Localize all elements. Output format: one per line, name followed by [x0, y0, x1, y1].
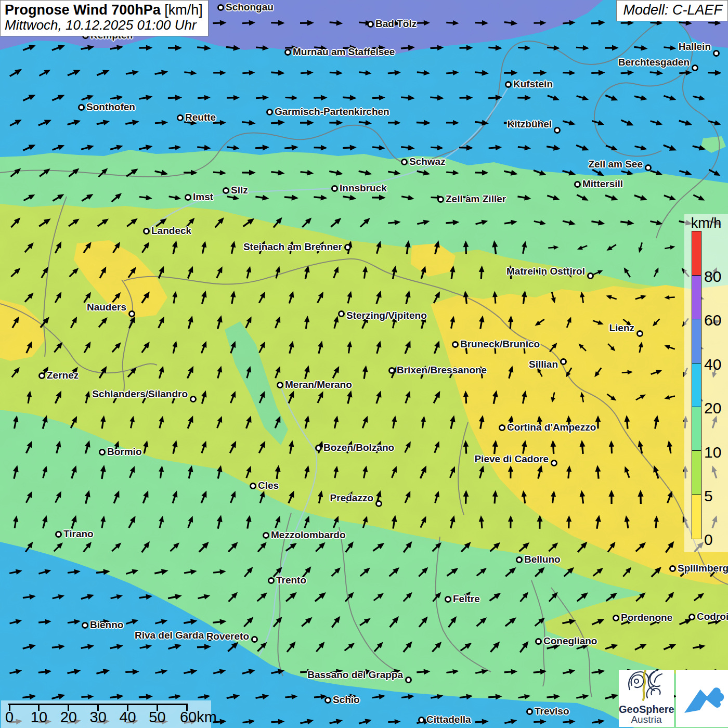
- legend-block: [692, 319, 701, 363]
- city-dot: [284, 49, 291, 56]
- city-dot: [367, 21, 374, 28]
- city-label: Brixen/Bressanone: [397, 365, 487, 376]
- legend-value: 5: [704, 487, 713, 505]
- city-label: Steinach am Brenner: [243, 241, 342, 253]
- city-label: Pieve di Cadore: [474, 453, 549, 465]
- city-dot: [551, 460, 557, 466]
- city-dot: [535, 638, 542, 645]
- city-dot: [452, 341, 459, 348]
- city-dot: [185, 194, 191, 201]
- title-unit: [km/h]: [161, 2, 203, 18]
- city-label: Trento: [276, 575, 306, 586]
- city-label: Riva del Garda: [135, 630, 204, 641]
- contour-swirl-icon: [628, 670, 665, 703]
- city-label: Schwaz: [409, 156, 446, 167]
- city-label: Lienz: [609, 322, 634, 334]
- city-label: Reutte: [185, 112, 216, 123]
- legend-block: [692, 495, 701, 539]
- city-dot: [375, 500, 382, 507]
- city-label: Schongau: [226, 2, 274, 13]
- legend-block: [692, 407, 701, 451]
- title-box: Prognose Wind 700hPa [km/h] Mittwoch, 10…: [0, 0, 209, 36]
- city-label: Matrei in Osttirol: [506, 266, 585, 277]
- city-dot: [692, 64, 698, 71]
- legend-value: 80: [704, 268, 721, 285]
- city-label: Schlanders/Silandro: [92, 388, 188, 400]
- city-label: Landeck: [151, 225, 191, 237]
- city-dot: [82, 622, 88, 629]
- city-dot: [324, 697, 331, 704]
- city-dot: [713, 50, 720, 57]
- city-dot: [251, 636, 258, 643]
- city-dot: [177, 114, 184, 121]
- scale-label: 50: [149, 709, 165, 726]
- geosphere-country: Austria: [619, 714, 674, 725]
- city-label: Bruneck/Brunico: [460, 339, 540, 350]
- city-dot: [388, 367, 395, 374]
- city-label: Zell am Ziller: [446, 193, 506, 205]
- city-dot: [266, 109, 273, 115]
- city-label: Tirano: [63, 528, 94, 540]
- city-dot: [217, 4, 224, 11]
- city-label: Sterzing/Vipiteno: [346, 310, 427, 321]
- city-dot: [268, 577, 275, 584]
- city-label: Innsbruck: [340, 183, 387, 194]
- city-dot: [78, 104, 85, 111]
- city-dot: [505, 81, 512, 88]
- forecast-timestamp: Mittwoch, 10.12.2025 01:00 Uhr: [5, 18, 203, 33]
- city-dot: [143, 228, 150, 235]
- city-dot: [516, 556, 523, 563]
- legend-value: 10: [704, 444, 721, 461]
- legend-value: 0: [704, 531, 713, 549]
- city-label: Bienno: [90, 619, 123, 631]
- city-dot: [526, 708, 533, 715]
- app-logo: [676, 670, 728, 727]
- city-label: Sillian: [529, 359, 558, 370]
- city-dot: [437, 196, 444, 203]
- city-dot: [99, 449, 106, 456]
- geosphere-wordmark: GeoSphere: [619, 704, 674, 714]
- city-label: Bassano del Grappa: [307, 669, 403, 681]
- city-label: Bormio: [107, 446, 142, 458]
- city-dot: [669, 565, 676, 572]
- city-label: Garmisch-Partenkirchen: [275, 106, 389, 118]
- map-scale-bar: 0102030405060km: [1, 700, 211, 728]
- city-dot: [554, 127, 561, 134]
- city-dot: [613, 615, 619, 621]
- legend-unit-label: km/h: [684, 215, 728, 231]
- city-label: Treviso: [535, 706, 569, 717]
- city-dot: [55, 531, 62, 538]
- legend-block: [692, 275, 701, 320]
- city-dot: [190, 396, 197, 402]
- city-dot: [344, 244, 351, 251]
- city-dot: [636, 330, 643, 337]
- wind-forecast-map: SchongauBad TölzKemptenMurnau am Staffel…: [0, 0, 728, 728]
- city-dot: [331, 185, 338, 192]
- city-dot: [223, 187, 229, 194]
- city-label: Zernez: [47, 370, 79, 381]
- page-title: Prognose Wind 700hPa [km/h]: [5, 2, 203, 18]
- city-dot: [401, 159, 408, 165]
- scale-label: 10: [31, 709, 47, 726]
- city-label: Cortina d'Ampezzo: [507, 422, 596, 433]
- city-label: Cittadella: [426, 714, 471, 725]
- scale-label: 20: [60, 709, 77, 726]
- scale-label: 0: [5, 709, 14, 726]
- city-dot: [250, 483, 256, 489]
- legend-block: [692, 363, 701, 408]
- city-label: Nauders: [87, 302, 126, 313]
- city-dot: [688, 614, 695, 620]
- legend-block: [692, 450, 701, 495]
- legend-value: 40: [704, 356, 721, 373]
- legend-block: [692, 231, 701, 276]
- city-label: Mezzolombardo: [271, 529, 346, 541]
- city-dot: [587, 272, 594, 279]
- model-label: Modell: C-LAEF: [616, 0, 728, 21]
- city-dot: [315, 445, 322, 451]
- city-label: Bad Tölz: [375, 18, 417, 30]
- city-label: Predazzo: [330, 492, 373, 504]
- scale-label: 60km: [180, 709, 217, 726]
- city-label: Pordenone: [621, 612, 672, 623]
- city-label: Hallein: [679, 41, 711, 53]
- city-dot: [560, 358, 567, 365]
